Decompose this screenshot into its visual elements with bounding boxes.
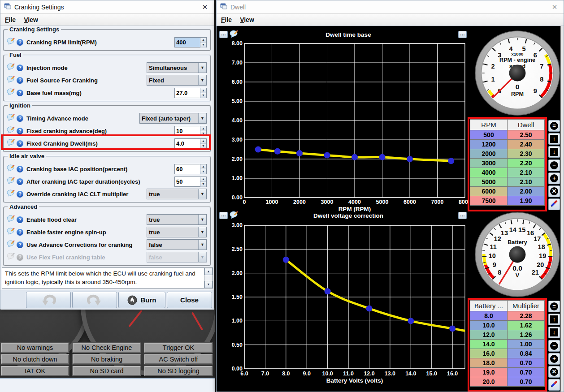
chevron-down-icon[interactable]: ▼	[198, 227, 206, 237]
data-point[interactable]	[351, 154, 358, 160]
status-no-braking[interactable]: No braking	[73, 354, 141, 364]
table-cell[interactable]: 16.0	[470, 349, 508, 358]
spinner-up-icon[interactable]: ▲	[200, 38, 206, 43]
data-point[interactable]	[274, 148, 281, 155]
equals-button[interactable]: =	[548, 301, 560, 312]
table-cell[interactable]: 0.70	[507, 367, 545, 377]
spinner-value[interactable]: 10	[175, 126, 200, 136]
status-no-clutch-down[interactable]: No clutch down	[1, 354, 69, 364]
spinner-fixed-cranking-advance-deg[interactable]: 10▲▼	[174, 126, 207, 136]
table-cell[interactable]: 0.84	[507, 349, 545, 358]
data-point[interactable]	[324, 152, 330, 158]
chevron-down-icon[interactable]: ▼	[198, 189, 206, 199]
dropdown-enable-faster-engine-spin-up[interactable]: true▼	[147, 227, 207, 237]
arrow-up-button[interactable]: ↑	[548, 314, 560, 325]
table-cell[interactable]: 2.28	[507, 311, 545, 321]
data-point[interactable]	[255, 146, 261, 153]
menu-file[interactable]: File	[221, 16, 232, 23]
help-icon[interactable]: ?	[17, 65, 23, 71]
table-cell[interactable]: 2000	[470, 149, 508, 159]
edit-bubble-icon[interactable]	[7, 177, 15, 186]
edit-bubble-icon[interactable]	[7, 88, 15, 97]
minus-button[interactable]: −	[548, 159, 560, 171]
undo-button[interactable]	[26, 292, 71, 308]
table-cell[interactable]: 14.0	[470, 339, 508, 349]
spinner-value[interactable]: 60	[175, 164, 200, 174]
data-point[interactable]	[448, 158, 454, 164]
table-cell[interactable]: 4000	[470, 168, 508, 177]
status-no-warnings[interactable]: No warnings	[1, 343, 69, 353]
edit-bubble-icon[interactable]	[7, 38, 15, 47]
redo-button[interactable]	[72, 292, 117, 308]
data-point[interactable]	[408, 318, 414, 324]
data-point[interactable]	[325, 288, 331, 294]
table-cell[interactable]: 2.10	[507, 168, 545, 177]
table-cell[interactable]: 0.70	[507, 358, 545, 368]
table-cell[interactable]: 1200	[470, 139, 508, 149]
help-icon[interactable]: ?	[17, 178, 23, 185]
status-ac-switch-off[interactable]: AC Switch off	[144, 354, 213, 364]
table-cell[interactable]: 19.0	[470, 367, 508, 377]
table-cell[interactable]: 0.70	[507, 377, 545, 387]
table-cell[interactable]: 2.00	[507, 186, 545, 196]
table-cell[interactable]: 2.20	[507, 158, 545, 168]
data-point[interactable]	[379, 154, 386, 160]
help-icon[interactable]: ?	[17, 166, 23, 172]
scroll-up-icon[interactable]: ▲	[204, 268, 213, 275]
chart-canvas[interactable]: 0.000.501.001.502.002.503.006.07.08.09.0…	[218, 222, 468, 386]
pencil-button[interactable]	[548, 379, 560, 391]
data-point[interactable]	[296, 150, 303, 156]
edit-bubble-icon[interactable]	[7, 76, 15, 85]
dropdown-injection-mode[interactable]: Simultaneous▼	[147, 62, 207, 73]
edit-bubble-icon[interactable]	[7, 164, 15, 173]
equals-button[interactable]: =	[548, 120, 560, 132]
status-no-check-engine[interactable]: No Check Engine	[73, 343, 141, 353]
table-cell[interactable]: 500	[470, 130, 508, 140]
help-icon[interactable]: ?	[17, 191, 23, 198]
pencil-button[interactable]	[548, 198, 560, 210]
edit-bubble-icon[interactable]	[7, 190, 15, 198]
spinner-down-icon[interactable]: ▼	[200, 131, 206, 136]
spinner-after-cranking-iac-taper-duration-cycles[interactable]: 50▲▼	[174, 177, 207, 187]
status-no-sd-logging[interactable]: No SD logging	[144, 366, 213, 376]
help-icon[interactable]: ?	[17, 140, 23, 147]
chevron-down-icon[interactable]: ▼	[198, 75, 206, 85]
arrow-down-button[interactable]: ↓	[548, 146, 560, 158]
edit-bubble-icon[interactable]	[230, 30, 239, 39]
chart-canvas[interactable]: 0.001.002.003.004.005.006.007.008.000100…	[218, 40, 468, 215]
help-icon[interactable]: ?	[17, 77, 23, 84]
table-cell[interactable]: 18.0	[470, 358, 508, 368]
spinner-up-icon[interactable]: ▲	[200, 126, 206, 131]
spinner-down-icon[interactable]: ▼	[200, 169, 206, 174]
chevron-down-icon[interactable]: ▼	[198, 63, 206, 73]
table-cell[interactable]: 12.0	[470, 330, 508, 340]
close-button[interactable]: Close	[167, 292, 212, 308]
edit-bubble-icon[interactable]	[230, 211, 239, 220]
table-cell[interactable]: 6000	[470, 186, 508, 196]
scroll-down-icon[interactable]: ▼	[204, 281, 213, 288]
data-point[interactable]	[366, 306, 372, 312]
spinner-base-fuel-mass-mg[interactable]: 27.0▲▼	[174, 88, 207, 98]
chevron-down-icon[interactable]: ▼	[198, 240, 206, 250]
chevron-down-icon[interactable]: ▼	[198, 113, 206, 123]
delete-button[interactable]: ✕	[548, 185, 560, 197]
spinner-value[interactable]: 27.0	[175, 88, 200, 98]
chevron-down-icon[interactable]: ▼	[198, 215, 206, 224]
dropdown-override-cranking-iac-clt-multiplier[interactable]: true▼	[147, 189, 207, 199]
table-cell[interactable]: 5000	[470, 177, 508, 187]
scrollbar[interactable]: ▲ ▼	[204, 268, 213, 288]
chart-options-button[interactable]: …	[458, 212, 467, 219]
table-cell[interactable]: 2.10	[507, 177, 545, 187]
help-icon[interactable]: ?	[17, 115, 23, 122]
spinner-down-icon[interactable]: ▼	[200, 43, 206, 47]
close-icon[interactable]: ✕	[549, 3, 560, 11]
plus-button[interactable]: +	[548, 353, 560, 365]
delete-button[interactable]: ✕	[548, 366, 560, 378]
table-cell[interactable]: 1.62	[507, 320, 545, 330]
edit-bubble-icon[interactable]	[7, 139, 15, 148]
spinner-fixed-cranking-dwell-ms[interactable]: 4.0▲▼	[174, 138, 207, 149]
status-no-sd-card[interactable]: No SD card	[73, 366, 141, 376]
spinner-down-icon[interactable]: ▼	[200, 182, 206, 187]
menu-view[interactable]: View	[240, 16, 254, 23]
edit-bubble-icon[interactable]	[7, 240, 15, 249]
